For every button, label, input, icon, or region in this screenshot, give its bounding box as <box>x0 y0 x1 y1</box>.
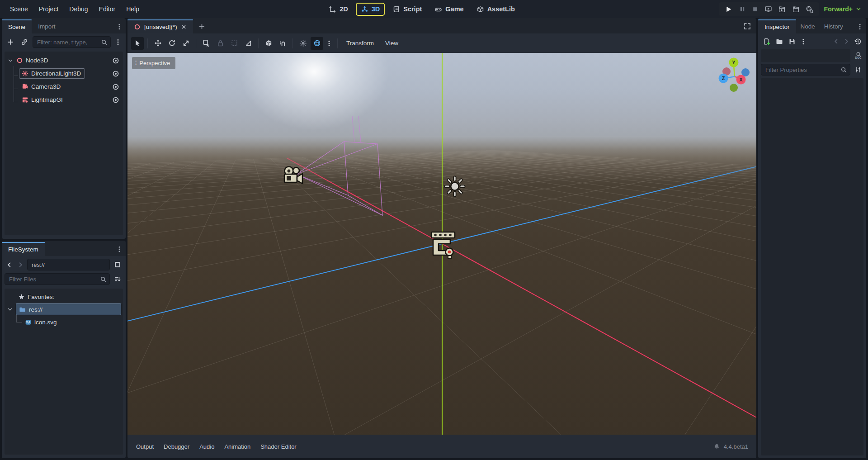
axis-neg-y-ball[interactable] <box>730 84 738 92</box>
select-mode-button[interactable] <box>131 37 144 50</box>
tab-import[interactable]: Import <box>32 19 61 33</box>
property-tools-button[interactable] <box>852 64 863 76</box>
remote-debug-button[interactable] <box>764 5 772 13</box>
tab-node[interactable]: Node <box>796 19 820 33</box>
preview-environment-button[interactable] <box>311 37 323 50</box>
tree-row-node3d[interactable]: Node3D <box>5 54 123 67</box>
transform-menu[interactable]: Transform <box>341 38 379 49</box>
tab-scene[interactable]: Scene <box>2 19 32 33</box>
current-path-field[interactable] <box>27 259 110 270</box>
scene-dock-tabs: Scene Import <box>2 18 126 33</box>
bell-icon[interactable] <box>713 443 720 450</box>
group-node-button[interactable] <box>228 37 241 50</box>
visibility-eye-icon[interactable] <box>112 83 119 90</box>
preview-sunlight-button[interactable] <box>297 37 309 50</box>
local-space-button[interactable] <box>262 37 275 50</box>
menu-project[interactable]: Project <box>33 3 64 15</box>
save-resource-button[interactable] <box>786 36 797 47</box>
new-scene-tab-button[interactable] <box>196 20 208 33</box>
play-button[interactable] <box>725 5 732 13</box>
instantiate-scene-button[interactable] <box>19 36 30 48</box>
expander-icon[interactable] <box>7 57 14 64</box>
lightmapgi-gizmo-icon[interactable] <box>431 232 455 258</box>
axis-navigation-gizmo[interactable]: YZX <box>719 58 750 92</box>
workspace-2d-button[interactable]: 2D <box>324 3 353 16</box>
filesystem-dock-menu-icon[interactable] <box>116 246 123 253</box>
file-filter-input[interactable] <box>5 273 110 285</box>
workspace-3d-button[interactable]: 3D <box>356 3 385 16</box>
nav-back-button[interactable] <box>5 259 14 270</box>
node-name-strip <box>761 49 850 62</box>
tree-row-camera3d[interactable]: Camera3D <box>5 80 123 93</box>
move-mode-button[interactable] <box>151 37 164 50</box>
scene-tree-menu-button[interactable] <box>113 36 123 48</box>
menu-help[interactable]: Help <box>121 3 145 15</box>
view-menu[interactable]: View <box>380 38 403 49</box>
add-node-button[interactable] <box>5 36 16 48</box>
play-scene-button[interactable] <box>778 5 786 13</box>
tab-filesystem[interactable]: FileSystem <box>2 242 45 256</box>
scene-dock-menu-icon[interactable] <box>116 23 123 30</box>
file-row-icon-svg[interactable]: icon.svg <box>5 316 123 328</box>
pause-button[interactable] <box>739 5 746 13</box>
renderer-selector[interactable]: Forward+ <box>824 0 862 18</box>
nav-forward-button[interactable] <box>16 259 25 270</box>
history-forward-button[interactable] <box>842 36 851 47</box>
tree-row-lightmapgi[interactable]: LightmapGI <box>5 93 123 106</box>
viewport-3d[interactable]: YZX ⁞ Perspective <box>127 53 756 435</box>
debugger-panel-button[interactable]: Debugger <box>159 440 194 453</box>
object-history-button[interactable] <box>852 36 863 47</box>
menu-editor[interactable]: Editor <box>94 3 121 15</box>
scene-tab-unsaved[interactable]: [unsaved](*) <box>127 19 193 33</box>
audio-panel-button[interactable]: Audio <box>194 440 219 453</box>
scene-tree: Node3D DirectionalLight3D Camera3D Light… <box>5 52 123 235</box>
animation-panel-button[interactable]: Animation <box>219 440 255 453</box>
tab-history[interactable]: History <box>820 19 848 33</box>
projection-menu-button[interactable]: ⁞ Perspective <box>132 57 175 69</box>
tab-inspector[interactable]: Inspector <box>758 19 796 33</box>
tree-row-directionallight3d[interactable]: DirectionalLight3D <box>5 67 123 80</box>
inspector-dock-menu-icon[interactable] <box>856 23 863 30</box>
stop-button[interactable] <box>752 6 759 13</box>
load-resource-button[interactable] <box>774 36 785 47</box>
visibility-eye-icon[interactable] <box>112 96 119 104</box>
directional-light-gizmo-icon[interactable] <box>446 177 464 195</box>
new-resource-button[interactable] <box>761 36 772 47</box>
node-name: Camera3D <box>31 83 61 90</box>
history-back-button[interactable] <box>831 36 840 47</box>
expander-icon[interactable] <box>7 306 13 313</box>
favorites-label: Favorites: <box>28 294 54 300</box>
workspace-assetlib-button[interactable]: AssetLib <box>472 3 520 16</box>
use-snap-button[interactable] <box>276 37 289 50</box>
output-panel-button[interactable]: Output <box>131 440 159 453</box>
scene-root-icon <box>134 24 141 30</box>
movie-maker-button[interactable] <box>806 5 813 13</box>
play-custom-scene-button[interactable] <box>792 5 800 13</box>
ruler-mode-button[interactable] <box>242 37 255 50</box>
workspace-game-button[interactable]: Game <box>429 3 468 16</box>
visibility-eye-icon[interactable] <box>112 70 119 77</box>
filesystem-nav-row <box>2 256 126 273</box>
scene-filter-input[interactable] <box>33 36 111 48</box>
sun-environ-settings-button[interactable] <box>325 37 334 50</box>
close-icon[interactable] <box>181 24 187 30</box>
filter-properties-input[interactable] <box>761 64 850 76</box>
menu-scene[interactable]: Scene <box>5 3 33 15</box>
shader-editor-panel-button[interactable]: Shader Editor <box>255 440 302 453</box>
rotate-mode-button[interactable] <box>165 37 178 50</box>
expand-viewport-button[interactable] <box>741 20 754 33</box>
scene-render: YZX <box>127 53 756 435</box>
resource-menu-button[interactable] <box>799 36 808 47</box>
lock-node-button[interactable] <box>214 37 226 50</box>
toggle-split-mode-button[interactable] <box>112 259 123 270</box>
root-folder-row[interactable]: res:// <box>5 303 123 316</box>
favorites-row[interactable]: Favorites: <box>5 291 123 303</box>
sort-files-button[interactable] <box>112 273 123 285</box>
visibility-eye-icon[interactable] <box>112 57 119 64</box>
scale-mode-button[interactable] <box>179 37 192 50</box>
open-docs-button[interactable] <box>852 50 863 62</box>
rotate-icon <box>168 39 176 47</box>
list-select-button[interactable] <box>200 37 212 50</box>
menu-debug[interactable]: Debug <box>64 3 93 15</box>
workspace-script-button[interactable]: Script <box>387 3 427 16</box>
